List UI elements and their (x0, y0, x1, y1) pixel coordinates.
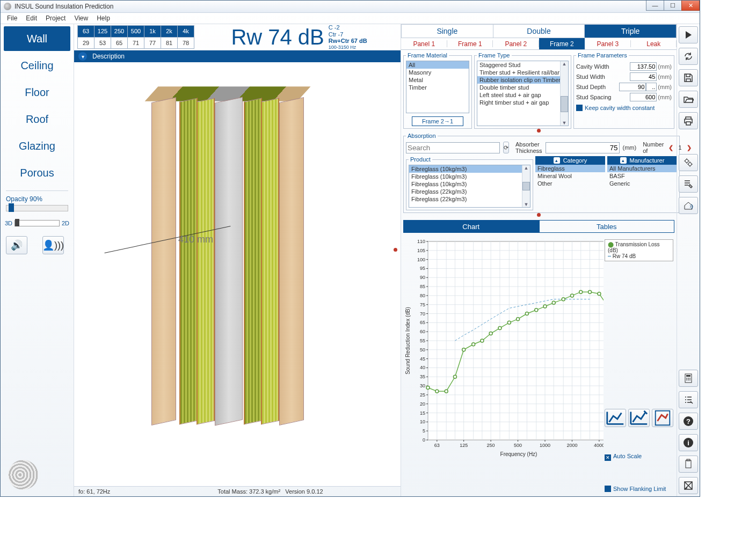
tab-tables[interactable]: Tables (539, 220, 675, 233)
category-header[interactable]: ▴Category (535, 156, 605, 165)
house-sound-icon[interactable] (679, 197, 698, 214)
maximize-button[interactable]: ☐ (664, 1, 682, 11)
tab-panel-1[interactable]: Panel 1 (401, 38, 447, 50)
checklist-icon[interactable] (679, 391, 698, 408)
handle-dot[interactable] (394, 248, 397, 252)
list-item[interactable]: Fibreglass (535, 165, 605, 172)
tab-single[interactable]: Single (401, 24, 493, 38)
menu-project[interactable]: Project (41, 13, 70, 23)
nav-porous[interactable]: Porous (4, 160, 70, 185)
manufacturer-header[interactable]: ▴Manufacturer (607, 156, 677, 165)
calculator-icon[interactable] (679, 370, 698, 387)
absorber-thickness-input[interactable] (546, 142, 620, 153)
number-prev-button[interactable]: ❮ (667, 144, 675, 151)
param-input[interactable] (630, 62, 657, 71)
close-button[interactable]: ✕ (681, 1, 700, 11)
list-item[interactable]: Timber stud + Resilient rail/bar (477, 69, 568, 76)
product-list[interactable]: Fibreglass (10kg/m3)Fibreglass (10kg/m3)… (409, 165, 530, 208)
save-icon[interactable] (679, 69, 698, 86)
list-item[interactable]: Fibreglass (22kg/m3) (409, 188, 530, 195)
menu-edit[interactable]: Edit (21, 13, 41, 23)
chart-tool-1-icon[interactable] (605, 409, 626, 427)
list-item[interactable]: Timber (406, 84, 469, 91)
list-item[interactable]: Mineral Wool (535, 172, 605, 180)
tool-column: ? i (677, 24, 700, 496)
view-slider[interactable] (14, 220, 60, 226)
list-item[interactable]: Fibreglass (10kg/m3) (409, 173, 530, 180)
menu-file[interactable]: File (3, 13, 21, 23)
list-item[interactable]: Fibreglass (22kg/m3) (409, 195, 530, 203)
list-item[interactable]: Double timber stud (477, 84, 568, 91)
description-bar[interactable]: ▾ Description (74, 50, 401, 62)
list-item[interactable]: Generic (607, 180, 677, 187)
tab-triple[interactable]: Triple (585, 24, 677, 38)
keep-cavity-checkbox[interactable] (576, 105, 583, 111)
speaker-icon[interactable]: 🔊 (6, 236, 27, 254)
svg-text:1000: 1000 (540, 443, 550, 448)
3d-viewport[interactable]: 410 mm (74, 62, 401, 486)
info-icon[interactable]: i (679, 434, 698, 451)
param-input[interactable] (619, 83, 646, 91)
list-item[interactable]: Right timber stud + air gap (477, 99, 568, 106)
list-item[interactable]: BASF (607, 172, 677, 180)
nav-ceiling[interactable]: Ceiling (4, 53, 70, 78)
list-item[interactable]: Masonry (406, 69, 469, 76)
svg-point-116 (525, 312, 528, 315)
svg-text:55: 55 (420, 338, 425, 343)
refresh-icon[interactable]: ⟳ (503, 142, 509, 153)
help-icon[interactable]: ? (679, 413, 698, 430)
list-item[interactable]: Staggered Stud (477, 61, 568, 69)
frame-type-list[interactable]: Staggered StudTimber stud + Resilient ra… (477, 61, 569, 126)
param-extra-button[interactable] (646, 83, 657, 91)
scrollbar[interactable]: ▲▼ (560, 61, 568, 126)
menu-help[interactable]: Help (92, 13, 114, 23)
construction-tabs: SingleDoubleTriple (401, 24, 677, 38)
chart-tool-3-icon[interactable] (652, 409, 673, 427)
flanking-checkbox[interactable] (605, 486, 611, 492)
clipboard-icon[interactable] (679, 456, 698, 473)
param-input[interactable] (630, 72, 657, 81)
tab-frame-1[interactable]: Frame 1 (447, 38, 493, 50)
svg-point-112 (489, 332, 492, 335)
list-item[interactable]: Fibreglass (10kg/m3) (409, 180, 530, 188)
list-item[interactable]: Rubber isolation clip on Timber stud (477, 76, 568, 84)
handle-dot[interactable] (537, 129, 541, 133)
handle-dot[interactable] (537, 213, 541, 217)
frame-material-list[interactable]: AllMasonryMetalTimber (406, 61, 469, 113)
svg-point-110 (472, 343, 475, 346)
list-item[interactable]: Left steel stud + air gap (477, 91, 568, 99)
list-item[interactable]: Fibreglass (10kg/m3) (409, 165, 530, 173)
list-item[interactable]: All Manufacturers (607, 165, 677, 172)
tab-leak[interactable]: Leak (631, 38, 677, 50)
tab-panel-2[interactable]: Panel 2 (493, 38, 539, 50)
param-input[interactable] (630, 93, 657, 101)
tab-frame-2[interactable]: Frame 2 (539, 38, 585, 50)
box-x-icon[interactable] (679, 477, 698, 494)
list-item[interactable]: All (406, 61, 469, 69)
tab-panel-3[interactable]: Panel 3 (585, 38, 631, 50)
nav-floor[interactable]: Floor (4, 80, 70, 105)
listener-icon[interactable]: 👤))) (42, 236, 64, 254)
search-input[interactable] (406, 142, 500, 153)
open-icon[interactable] (679, 91, 698, 108)
nav-glazing[interactable]: Glazing (4, 134, 70, 158)
nav-roof[interactable]: Roof (4, 107, 70, 131)
tab-double[interactable]: Double (493, 24, 585, 38)
print-icon[interactable] (679, 112, 698, 129)
scrollbar[interactable]: ▲▼ (522, 165, 530, 207)
autoscale-checkbox[interactable]: ✕ (605, 454, 611, 461)
settings-icon[interactable] (679, 154, 698, 171)
list-item[interactable]: Metal (406, 76, 469, 84)
tab-chart[interactable]: Chart (403, 220, 539, 233)
frame-copy-button[interactable]: Frame 2→1 (412, 116, 463, 126)
chevron-down-icon[interactable]: ▾ (78, 52, 87, 61)
minimize-button[interactable]: — (646, 1, 664, 11)
edit-icon[interactable] (679, 175, 698, 193)
nav-wall[interactable]: Wall (4, 26, 70, 51)
menu-view[interactable]: View (70, 13, 92, 23)
sync-icon[interactable] (679, 48, 698, 65)
opacity-slider[interactable] (6, 205, 68, 211)
play-button[interactable] (679, 26, 698, 43)
chart-tool-2-icon[interactable] (628, 409, 650, 427)
list-item[interactable]: Other (535, 180, 605, 187)
